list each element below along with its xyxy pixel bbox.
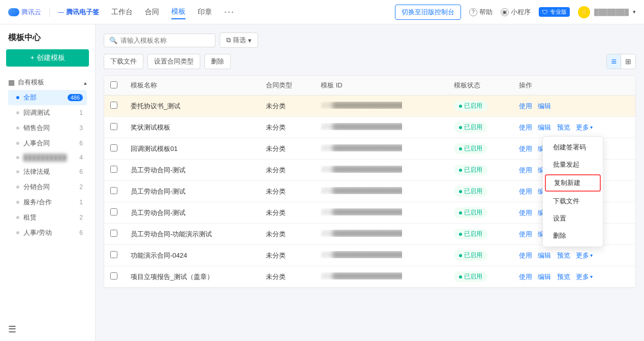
top-nav: 腾讯云 — 腾讯电子签 工作台 合同 模板 印章 ··· 切换至旧版控制台 ? … [0, 0, 644, 24]
grid-icon: ▦ [8, 78, 15, 86]
use-button[interactable]: 使用 [519, 272, 532, 282]
all-badge: 486 [68, 94, 83, 101]
sidebar-item-rental[interactable]: 租赁 2 [8, 210, 87, 225]
dropdown-batch-launch[interactable]: 批量发起 [543, 156, 603, 173]
help-item[interactable]: ? 帮助 [469, 8, 493, 17]
sidebar-item-legal[interactable]: 法律法规 6 [8, 164, 87, 179]
sidebar: 模板中心 + 创建模板 ▦ 自有模板 全部 486 [0, 24, 96, 341]
dropdown-delete[interactable]: 删除 [543, 227, 603, 244]
template-id: yDw█████████████████████ [315, 138, 448, 160]
download-file-button[interactable]: 下载文件 [104, 54, 143, 69]
more-button[interactable]: 更多 ▾ [576, 272, 593, 282]
use-button[interactable]: 使用 [519, 208, 532, 218]
filter-button[interactable]: ⧉ 筛选 ▾ [220, 33, 258, 48]
row-checkbox-3[interactable] [110, 166, 117, 173]
sidebar-item-hr-labor[interactable]: 人事/劳动 6 [8, 225, 87, 240]
template-name: 功能演示合同-0424 [125, 245, 260, 266]
sidebar-item-service[interactable]: 服务/合作 1 [8, 195, 87, 210]
action-bar: 下载文件 设置合同类型 删除 ≡ ⊞ [104, 54, 636, 69]
delete-button[interactable]: 删除 [204, 54, 231, 69]
use-button[interactable]: 使用 [519, 230, 532, 239]
use-button[interactable]: 使用 [519, 166, 532, 175]
template-operations: 使用 编辑 预览 更多 ▾ [513, 245, 635, 266]
template-id: yDw█████████████████████ [315, 245, 448, 266]
use-button[interactable]: 使用 [519, 102, 532, 111]
action-bar-left: 下载文件 设置合同类型 删除 [104, 54, 231, 69]
template-name: 员工劳动合同-测试 [125, 181, 260, 202]
template-status: 已启用 [448, 266, 513, 288]
inactive-dot [16, 111, 19, 114]
nav-more-icon[interactable]: ··· [224, 5, 235, 19]
row-checkbox-8[interactable] [110, 272, 117, 280]
sidebar-item-sales[interactable]: 销售合同 3 [8, 120, 87, 136]
sidebar-item-hr[interactable]: 人事合同 6 [8, 136, 87, 151]
template-status: 已启用 [448, 138, 513, 160]
row-checkbox-1[interactable] [110, 123, 117, 130]
edit-button[interactable]: 编辑 [538, 123, 551, 132]
row-checkbox-5[interactable] [110, 208, 117, 215]
row-checkbox-4[interactable] [110, 187, 117, 194]
toolbar: 🔍 ⧉ 筛选 ▾ [104, 33, 636, 48]
use-button[interactable]: 使用 [519, 251, 532, 260]
template-status: 已启用 [448, 224, 513, 245]
search-box[interactable]: 🔍 [104, 34, 216, 47]
user-area[interactable]: 🌟 ████████ ▾ [578, 6, 636, 18]
dropdown-download[interactable]: 下载文件 [543, 193, 603, 210]
pro-badge: 🛡 专业版 [539, 7, 570, 17]
dropdown-copy-new[interactable]: 复制新建 [545, 174, 601, 192]
dropdown-create-sign-code[interactable]: 创建签署码 [543, 139, 603, 156]
list-view-button[interactable]: ≡ [607, 54, 621, 69]
row-checkbox-2[interactable] [110, 144, 117, 151]
nav-template[interactable]: 模板 [171, 5, 186, 19]
callback-count: 1 [79, 109, 83, 116]
search-input[interactable] [120, 37, 210, 44]
preview-button[interactable]: 预览 [557, 123, 570, 132]
sidebar-title: 模板中心 [0, 33, 95, 49]
edit-button[interactable]: 编辑 [538, 251, 551, 260]
template-name: 委托协议书_测试 [125, 96, 260, 117]
sidebar-section-header[interactable]: ▦ 自有模板 [8, 75, 87, 90]
nav-right: 切换至旧版控制台 ? 帮助 ▣ 小程序 🛡 专业版 🌟 ████████ ▾ [395, 5, 636, 20]
use-button[interactable]: 使用 [519, 187, 532, 196]
contract-type: 未分类 [260, 160, 315, 181]
template-name: 员工劳动合同-测试 [125, 202, 260, 224]
switch-version-button[interactable]: 切换至旧版控制台 [395, 5, 461, 20]
contract-type: 未分类 [260, 96, 315, 117]
grid-icon: ⊞ [625, 57, 631, 66]
col-ops: 操作 [513, 76, 635, 96]
user-dropdown-icon: ▾ [633, 9, 636, 15]
more-button[interactable]: 更多 ▾ [576, 123, 593, 132]
col-status: 模板状态 [448, 76, 513, 96]
dropdown-menu: 创建签署码 批量发起 复制新建 下载文件 设置 删除 [542, 136, 603, 247]
row-checkbox-6[interactable] [110, 230, 117, 237]
template-id: yDw█████████████████████ [315, 117, 448, 138]
sidebar-item-all[interactable]: 全部 486 [8, 90, 87, 105]
sidebar-footer[interactable]: ☰ [8, 324, 16, 335]
edit-button[interactable]: 编辑 [538, 102, 551, 111]
preview-button[interactable]: 预览 [557, 251, 570, 260]
sidebar-item-callback[interactable]: 回调测试 1 [8, 105, 87, 120]
more-button[interactable]: 更多 ▾ [576, 251, 593, 260]
edit-button[interactable]: 编辑 [538, 272, 551, 282]
nav-seal[interactable]: 印章 [198, 6, 212, 19]
preview-button[interactable]: 预览 [557, 272, 570, 282]
select-all-checkbox[interactable] [110, 81, 117, 88]
row-checkbox-7[interactable] [110, 251, 117, 258]
use-button[interactable]: 使用 [519, 123, 532, 132]
sidebar-item-blurred[interactable]: ██████████ 4 [8, 151, 87, 164]
set-contract-type-button[interactable]: 设置合同类型 [147, 54, 200, 69]
contract-type: 未分类 [260, 245, 315, 266]
nav-menu: 工作台 合同 模板 印章 ··· [111, 5, 383, 19]
inactive-dot [16, 127, 19, 130]
template-id: yDw█████████████████████ [315, 181, 448, 202]
use-button[interactable]: 使用 [519, 144, 532, 153]
table-row: 功能演示合同-0424未分类yDw█████████████████████已启… [104, 245, 635, 266]
sidebar-item-distribution[interactable]: 分销合同 2 [8, 179, 87, 195]
nav-workbench[interactable]: 工作台 [111, 6, 133, 19]
row-checkbox-0[interactable] [110, 102, 117, 109]
grid-view-button[interactable]: ⊞ [621, 54, 635, 69]
miniapp-item[interactable]: ▣ 小程序 [501, 8, 531, 17]
dropdown-settings[interactable]: 设置 [543, 210, 603, 227]
create-template-button[interactable]: + 创建模板 [6, 49, 89, 67]
nav-contract[interactable]: 合同 [145, 6, 159, 19]
